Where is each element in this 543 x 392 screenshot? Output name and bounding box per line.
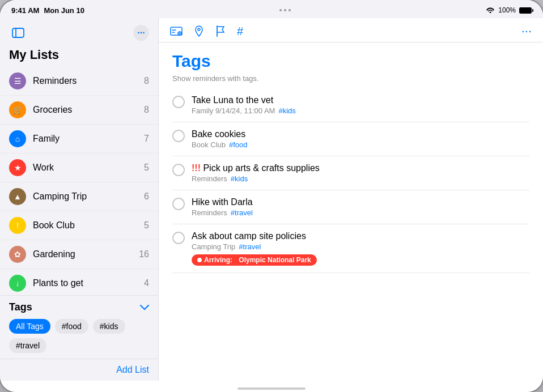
reminder-title: !!! Pick up arts & crafts supplies bbox=[192, 163, 529, 173]
sidebar-item-family[interactable]: ⌂ Family 7 bbox=[0, 125, 158, 154]
reminder-tag[interactable]: #travel bbox=[231, 208, 253, 217]
reminder-list-name: Family 9/14/24, 11:00 AM bbox=[192, 106, 275, 115]
add-list-button[interactable]: Add List bbox=[116, 365, 149, 375]
reminder-meta: Reminders #travel bbox=[192, 208, 529, 217]
tag-pill-kids[interactable]: #kids bbox=[93, 319, 125, 334]
camping-trip-icon: ▲ bbox=[9, 188, 26, 205]
filter-icon[interactable] bbox=[170, 26, 183, 36]
work-icon: ★ bbox=[9, 159, 26, 176]
reminder-item: !!! Pick up arts & crafts supplies Remin… bbox=[172, 156, 529, 190]
detail-subtitle: Show reminders with tags. bbox=[159, 73, 543, 88]
family-icon: ⌂ bbox=[9, 130, 26, 147]
tag-pills: All Tags#food#kids#travel bbox=[9, 319, 149, 353]
tags-section: Tags All Tags#food#kids#travel bbox=[0, 295, 158, 359]
reminder-title: Ask about camp site policies bbox=[192, 231, 529, 241]
gardening-count: 16 bbox=[139, 249, 149, 259]
work-count: 5 bbox=[144, 163, 149, 173]
toolbar-icons: # bbox=[170, 25, 243, 38]
sidebar-item-camping-trip[interactable]: ▲ Camping Trip 6 bbox=[0, 182, 158, 211]
status-bar: 9:41 AM Mon Jun 10 100% bbox=[0, 0, 543, 18]
reminder-tag[interactable]: #food bbox=[229, 140, 248, 149]
gardening-label: Gardening bbox=[33, 249, 139, 259]
reminder-item: Ask about camp site policies Camping Tri… bbox=[172, 224, 529, 273]
groceries-label: Groceries bbox=[33, 105, 144, 115]
location-badge[interactable]: Arriving: Olympic National Park bbox=[192, 254, 317, 266]
reminder-checkbox[interactable] bbox=[172, 130, 185, 142]
sidebar-item-book-club[interactable]: ! Book Club 5 bbox=[0, 211, 158, 240]
tag-pill-food[interactable]: #food bbox=[55, 319, 88, 334]
sidebar-toggle-button[interactable] bbox=[9, 24, 27, 42]
reminder-item: Bake cookies Book Club #food bbox=[172, 122, 529, 156]
sidebar-footer: Add List bbox=[0, 359, 158, 381]
sidebar-item-gardening[interactable]: ✿ Gardening 16 bbox=[0, 240, 158, 269]
reminder-item: Hike with Darla Reminders #travel bbox=[172, 190, 529, 224]
reminder-list-name: Book Club bbox=[192, 140, 226, 149]
book-club-label: Book Club bbox=[33, 220, 144, 231]
home-indicator bbox=[0, 381, 543, 392]
family-label: Family bbox=[33, 134, 144, 144]
sidebar-item-work[interactable]: ★ Work 5 bbox=[0, 154, 158, 182]
plants-to-get-label: Plants to get bbox=[33, 278, 144, 288]
groceries-count: 8 bbox=[144, 105, 149, 115]
sidebar: ··· My Lists ☰ Reminders 8 🛒 Groceries 8… bbox=[0, 18, 159, 381]
svg-rect-0 bbox=[12, 28, 24, 37]
home-bar bbox=[237, 387, 306, 390]
plants-to-get-icon: ↓ bbox=[9, 275, 26, 292]
reminder-title: Hike with Darla bbox=[192, 197, 529, 207]
groceries-icon: 🛒 bbox=[9, 101, 26, 118]
detail-panel: # ··· Tags Show reminders with tags. Tak… bbox=[159, 18, 543, 381]
camping-trip-label: Camping Trip bbox=[33, 191, 144, 202]
wifi-icon bbox=[486, 6, 495, 15]
reminders-count: 8 bbox=[144, 76, 149, 86]
tags-section-title: Tags bbox=[9, 301, 32, 313]
book-club-icon: ! bbox=[9, 217, 26, 234]
more-options-button[interactable]: ··· bbox=[521, 24, 532, 39]
sidebar-header: ··· bbox=[0, 18, 158, 45]
flag-icon[interactable] bbox=[215, 25, 226, 37]
tag-pill-travel[interactable]: #travel bbox=[9, 338, 46, 353]
tag-pill-All Tags[interactable]: All Tags bbox=[9, 319, 50, 334]
my-lists-title: My Lists bbox=[0, 45, 158, 67]
location-icon[interactable] bbox=[194, 25, 204, 37]
reminder-tag[interactable]: #kids bbox=[278, 106, 295, 115]
detail-toolbar: # ··· bbox=[159, 18, 543, 42]
battery-percentage: 100% bbox=[498, 6, 516, 14]
sidebar-item-groceries[interactable]: 🛒 Groceries 8 bbox=[0, 96, 158, 125]
reminder-list-name: Reminders bbox=[192, 174, 227, 183]
reminder-checkbox[interactable] bbox=[172, 164, 185, 176]
svg-point-8 bbox=[198, 28, 200, 31]
status-time: 9:41 AM bbox=[11, 6, 39, 15]
reminder-tag[interactable]: #kids bbox=[231, 174, 248, 183]
family-count: 7 bbox=[144, 134, 149, 144]
reminder-tag[interactable]: #travel bbox=[239, 242, 261, 251]
reminder-list-name: Camping Trip bbox=[192, 242, 235, 251]
reminder-checkbox[interactable] bbox=[172, 198, 185, 210]
status-right: 100% bbox=[486, 6, 532, 15]
plants-to-get-count: 4 bbox=[144, 278, 149, 288]
reminders-icon: ☰ bbox=[9, 73, 26, 90]
sidebar-more-button[interactable]: ··· bbox=[133, 25, 149, 41]
reminder-list-name: Reminders bbox=[192, 208, 227, 217]
sidebar-item-plants-to-get[interactable]: ↓ Plants to get 4 bbox=[0, 269, 158, 295]
hashtag-icon[interactable]: # bbox=[237, 25, 243, 38]
location-name: Olympic National Park bbox=[239, 256, 311, 264]
tags-chevron-icon[interactable] bbox=[140, 302, 149, 313]
detail-header: Tags bbox=[159, 42, 543, 73]
reminder-title: Take Luna to the vet bbox=[192, 95, 529, 105]
reminder-meta: Reminders #kids bbox=[192, 174, 529, 183]
reminder-item: Take Luna to the vet Family 9/14/24, 11:… bbox=[172, 88, 529, 122]
reminder-meta: Camping Trip #travel bbox=[192, 242, 529, 251]
list-items: ☰ Reminders 8 🛒 Groceries 8 ⌂ Family 7 ★… bbox=[0, 67, 158, 295]
reminder-checkbox[interactable] bbox=[172, 232, 185, 244]
status-dots bbox=[279, 9, 291, 11]
reminder-title: Bake cookies bbox=[192, 129, 529, 139]
battery-icon bbox=[519, 7, 532, 14]
status-date: Mon Jun 10 bbox=[44, 6, 84, 15]
sidebar-item-reminders[interactable]: ☰ Reminders 8 bbox=[0, 67, 158, 96]
reminder-checkbox[interactable] bbox=[172, 96, 185, 108]
reminder-meta: Family 9/14/24, 11:00 AM #kids bbox=[192, 106, 529, 115]
gardening-icon: ✿ bbox=[9, 246, 26, 263]
location-label: Arriving: bbox=[204, 256, 232, 264]
camping-trip-count: 6 bbox=[144, 191, 149, 202]
priority-indicator: !!! bbox=[192, 163, 203, 173]
